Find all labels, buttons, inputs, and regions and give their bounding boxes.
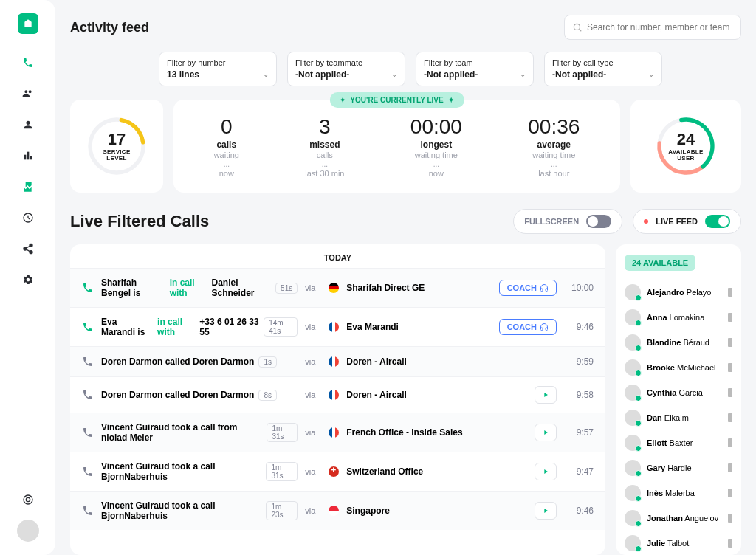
play-button[interactable] [535, 386, 557, 404]
via-label: via [305, 323, 321, 331]
device-icon [728, 539, 732, 548]
livefeed-toggle[interactable]: LIVE FEED [633, 209, 741, 234]
search-box[interactable] [564, 15, 741, 40]
avatar [625, 385, 641, 401]
duration-badge: 1m 31s [267, 423, 298, 442]
clock-icon[interactable] [21, 211, 35, 224]
duration-badge: 1s [258, 356, 277, 368]
main-panel: Activity feed Filter by number 13 lines … [55, 0, 756, 555]
user-name: Brooke McMichael [647, 363, 722, 372]
user-row[interactable]: Brooke McMichael [625, 355, 732, 380]
device-icon [728, 438, 732, 447]
search-icon [572, 22, 583, 32]
fullscreen-toggle[interactable]: FULLSCREEN [513, 209, 622, 234]
avatar [625, 485, 641, 501]
live-badge: ✦ YOU'RE CURRENTLY LIVE ✦ [329, 92, 464, 108]
user-row[interactable]: Cynthia Garcia [625, 380, 732, 405]
device-icon [728, 313, 732, 322]
user-row[interactable]: Dan Elkaim [625, 405, 732, 430]
call-time: 9:59 [564, 356, 594, 367]
line-name: French Office - Inside Sales [346, 427, 498, 438]
svg-point-6 [30, 251, 32, 254]
call-row[interactable]: Vincent Guiraud took a call from niolad … [70, 413, 605, 452]
call-row[interactable]: Doren Darmon called Doren Darmon 8s via … [70, 376, 605, 413]
call-row[interactable]: Sharifah Bengel is in call with Daniel S… [70, 268, 605, 307]
chevron-down-icon: ⌄ [648, 70, 654, 78]
call-description: Vincent Guiraud took a call BjornNaberhu… [101, 461, 298, 482]
user-name: Alejandro Pelayo [647, 288, 722, 297]
user-row[interactable]: Eliott Baxter [625, 430, 732, 455]
phone-icon[interactable] [21, 56, 35, 69]
user-name: Gary Hardie [647, 463, 722, 472]
play-button[interactable] [535, 502, 557, 520]
line-name: Sharifah Direct GE [346, 283, 498, 293]
metric-calls-waiting: 0 calls waiting ... now [214, 115, 239, 178]
search-input[interactable] [587, 22, 733, 32]
filter-number[interactable]: Filter by number 13 lines ⌄ [159, 52, 277, 86]
record-dot-icon [644, 219, 648, 224]
device-icon [728, 388, 732, 397]
flag-icon [329, 427, 339, 438]
call-description: Doren Darmon called Doren Darmon 1s [101, 356, 298, 368]
svg-point-4 [30, 244, 32, 247]
call-row[interactable]: Vincent Guiraud took a call BjornNaberhu… [70, 452, 605, 491]
call-time: 9:46 [564, 506, 594, 516]
filter-row: Filter by number 13 lines ⌄ Filter by te… [70, 52, 741, 86]
user-row[interactable]: Gary Hardie [625, 455, 732, 480]
person-icon[interactable] [21, 118, 35, 131]
help-icon[interactable] [21, 493, 35, 506]
call-time: 9:47 [564, 466, 594, 477]
filter-team[interactable]: Filter by team -Not applied- ⌄ [416, 52, 534, 86]
via-label: via [305, 428, 321, 437]
via-label: via [305, 390, 321, 399]
stats-row: 17 SERVICELEVEL ✦ YOU'RE CURRENTLY LIVE … [70, 100, 741, 193]
metric-missed: 3 missed calls ... last 30 min [305, 115, 344, 178]
coach-button[interactable]: COACH [499, 319, 557, 335]
user-name: Eliott Baxter [647, 438, 722, 447]
play-button[interactable] [535, 424, 557, 441]
line-name: Switzerland Office [346, 466, 498, 477]
call-description: Vincent Guiraud took a call from niolad … [101, 422, 298, 443]
metric-longest: 00:00 longest waiting time ... now [410, 115, 462, 178]
user-name: Inès Malerba [647, 489, 722, 497]
user-row[interactable]: Inès Malerba [625, 480, 732, 506]
user-row[interactable]: Anna Lomakina [625, 305, 732, 330]
section-title: Live Filtered Calls [70, 212, 209, 231]
call-time: 9:57 [564, 427, 594, 438]
user-avatar[interactable] [17, 520, 39, 542]
call-description: Vincent Guiraud took a call BjornNaberhu… [101, 500, 298, 521]
call-row[interactable]: Eva Marandi is in call with +33 6 01 26 … [70, 307, 605, 346]
avatar [625, 359, 641, 376]
people-icon[interactable] [21, 87, 35, 100]
call-time: 9:58 [564, 390, 594, 400]
share-icon[interactable] [21, 242, 35, 255]
call-row[interactable]: Doren Darmon called Doren Darmon 1s via … [70, 346, 605, 376]
flag-icon [329, 322, 339, 332]
svg-rect-2 [30, 156, 32, 160]
user-row[interactable]: Julie Talbot [625, 531, 732, 555]
user-row[interactable]: Alejandro Pelayo [625, 280, 732, 305]
coach-button[interactable]: COACH [499, 280, 557, 296]
svg-point-9 [574, 24, 580, 30]
filter-calltype[interactable]: Filter by call type -Not applied- ⌄ [544, 52, 662, 86]
activity-icon[interactable] [21, 180, 35, 193]
gear-icon[interactable] [21, 273, 35, 286]
duration-badge: 51s [275, 283, 298, 294]
stats-icon[interactable] [21, 149, 35, 162]
available-user-card: 24 AVAILABLEUSER [630, 100, 741, 193]
line-name: Doren - Aircall [346, 356, 498, 367]
user-row[interactable]: Blandine Béraud [625, 330, 732, 355]
call-row[interactable]: Vincent Guiraud took a call BjornNaberhu… [70, 491, 605, 530]
filter-teammate[interactable]: Filter by teammate -Not applied- ⌄ [287, 52, 405, 86]
app-logo[interactable] [18, 13, 38, 34]
call-description: Doren Darmon called Doren Darmon 8s [101, 390, 298, 401]
call-time: 10:00 [564, 283, 594, 293]
sidebar [0, 0, 55, 555]
phone-icon [82, 282, 94, 294]
play-button[interactable] [535, 463, 557, 480]
device-icon [728, 489, 732, 497]
call-description: Sharifah Bengel is in call with Daniel S… [101, 278, 298, 298]
section-header: Live Filtered Calls FULLSCREEN LIVE FEED [70, 209, 741, 234]
user-row[interactable]: Jonathan Anguelov [625, 506, 732, 531]
svg-point-5 [24, 247, 27, 250]
